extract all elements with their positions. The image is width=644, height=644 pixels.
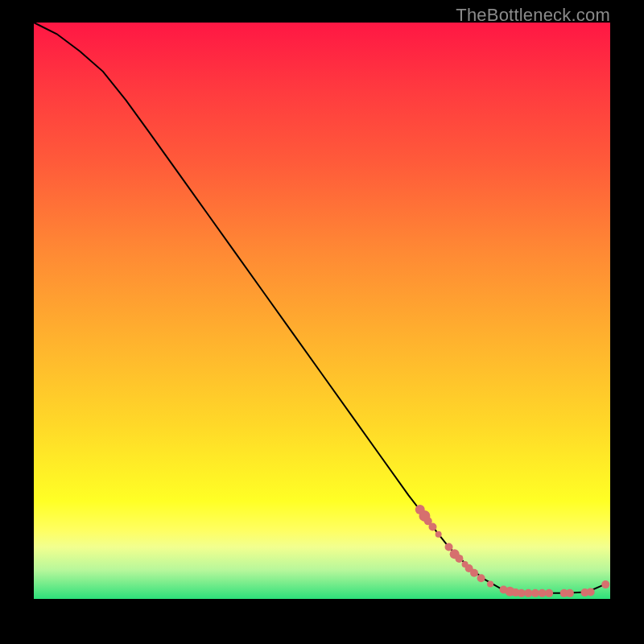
data-point — [566, 589, 574, 597]
plot-area — [34, 23, 610, 599]
data-point — [587, 588, 595, 596]
data-points — [415, 505, 610, 597]
data-point — [524, 589, 532, 597]
data-point — [477, 574, 485, 582]
data-point — [428, 523, 436, 531]
curve-line — [34, 23, 605, 593]
data-point — [539, 589, 547, 597]
data-point — [470, 569, 478, 577]
chart-frame: TheBottleneck.com — [0, 0, 644, 644]
data-point — [518, 589, 526, 597]
data-point — [455, 555, 463, 563]
data-point — [531, 589, 539, 597]
data-point — [545, 589, 553, 597]
data-point — [436, 531, 442, 538]
chart-svg — [34, 23, 610, 599]
data-point — [487, 580, 493, 587]
data-point — [445, 543, 453, 551]
data-point — [601, 580, 609, 588]
